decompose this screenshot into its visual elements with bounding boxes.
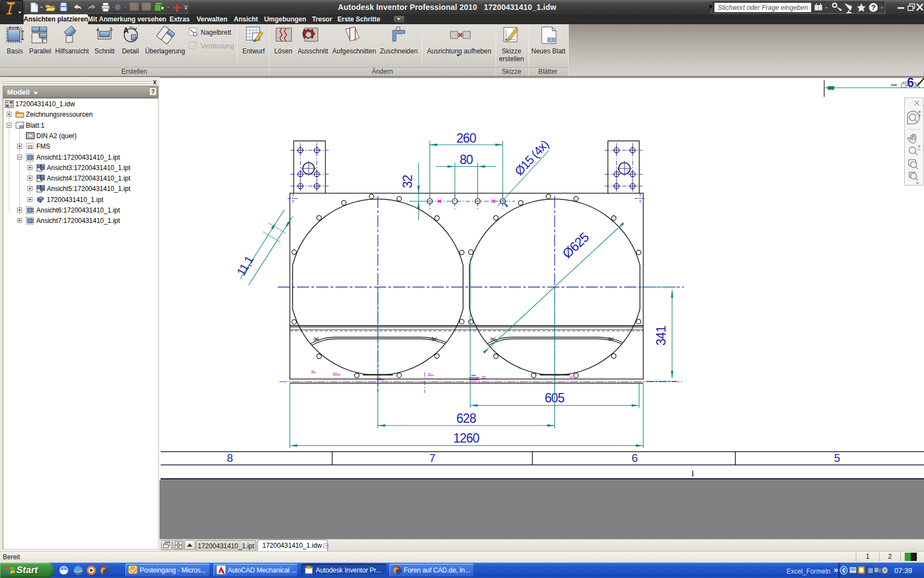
svg-text:341: 341 bbox=[654, 326, 668, 346]
svg-text:?: ? bbox=[871, 3, 876, 12]
svg-text:5: 5 bbox=[834, 452, 840, 464]
svg-text:Ø625: Ø625 bbox=[559, 230, 592, 261]
svg-text:1260: 1260 bbox=[453, 431, 479, 445]
svg-text:8: 8 bbox=[227, 452, 233, 464]
svg-text:11,1: 11,1 bbox=[234, 253, 256, 278]
svg-text:6: 6 bbox=[631, 452, 637, 464]
svg-text:628: 628 bbox=[457, 411, 476, 426]
svg-text:Ø15 (4x): Ø15 (4x) bbox=[512, 138, 551, 178]
svg-text:80: 80 bbox=[460, 152, 473, 167]
svg-text:7: 7 bbox=[429, 452, 435, 464]
svg-text:260: 260 bbox=[457, 131, 476, 145]
svg-text:32: 32 bbox=[400, 175, 415, 188]
